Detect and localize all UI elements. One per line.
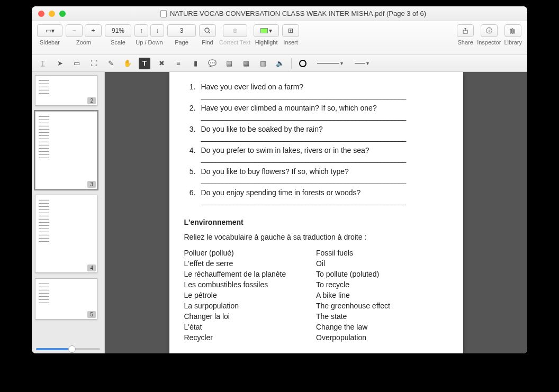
- text-tool-icon[interactable]: T: [139, 58, 150, 69]
- svg-line-1: [209, 32, 210, 33]
- vocab-right-item: Oil: [316, 258, 448, 269]
- share-button[interactable]: [457, 24, 474, 37]
- library-label: Library: [504, 39, 522, 45]
- maximize-icon[interactable]: [59, 11, 66, 17]
- toolbar-separator: [291, 58, 292, 69]
- question-4: 4. Do you prefer to swim in lakes, river…: [184, 146, 448, 163]
- vocab-right-item: Overpopulation: [316, 332, 448, 343]
- vocab-left-item: Les combustibles fossiles: [184, 279, 317, 290]
- page-label: Page: [175, 39, 188, 45]
- close-icon[interactable]: [38, 11, 44, 17]
- line-style-selector[interactable]: ▾: [314, 58, 346, 69]
- page-number-field[interactable]: 3: [167, 24, 196, 37]
- sound-icon[interactable]: 🔈: [274, 58, 286, 69]
- document-viewport[interactable]: 1. Have you ever lived on a farm? ______…: [105, 72, 527, 353]
- minimize-icon[interactable]: [49, 11, 55, 17]
- thumbnail-page-3[interactable]: ▬▬▬▬▬▬▬▬▬▬▬▬▬▬▬▬▬▬▬▬▬▬▬▬▬▬▬▬▬▬▬▬▬▬▬▬▬▬▬▬…: [35, 111, 97, 189]
- page-down-button[interactable]: ↓: [150, 24, 164, 37]
- share-label: Share: [457, 39, 473, 45]
- page-badge: 3: [87, 181, 96, 188]
- scale-display[interactable]: 91%: [105, 24, 131, 37]
- comment-icon[interactable]: 💬: [206, 58, 218, 69]
- page-badge: 2: [87, 97, 96, 104]
- question-3: 3. Do you like to be soaked by the rain?…: [184, 125, 448, 142]
- question-1: 1. Have you ever lived on a farm? ______…: [184, 83, 448, 99]
- vocab-left-item: La surpopulation: [184, 300, 317, 311]
- pointer-icon[interactable]: ➤: [54, 58, 66, 69]
- vocab-left-item: L'état: [184, 322, 317, 332]
- stamp-icon[interactable]: ▥: [257, 58, 269, 69]
- crop-icon[interactable]: ⛶: [88, 58, 100, 69]
- library-button[interactable]: [504, 24, 521, 37]
- thumbnail-page-5[interactable]: ▬▬▬▬▬▬▬▬▬▬▬▬▬▬▬▬▬▬▬▬▬▬▬▬▬▬▬▬▬▬▬▬▬▬▬5: [35, 278, 97, 320]
- thumbnail-page-2[interactable]: ▬▬▬▬▬▬▬▬▬▬▬▬▬▬▬▬▬▬▬▬▬▬▬▬▬2: [35, 75, 97, 106]
- svg-point-0: [205, 28, 209, 32]
- sidebar-label: Sidebar: [40, 39, 60, 45]
- area-select-icon[interactable]: ▭: [71, 58, 83, 69]
- app-window: NATURE VOCAB CONVERSATION CLASS WEAK INT…: [32, 6, 527, 353]
- vocab-right-item: To recycle: [316, 279, 448, 290]
- insert-button[interactable]: ⊞: [282, 24, 299, 37]
- question-6: 6. Do you enjoy spending time in forests…: [184, 188, 448, 205]
- thumbnail-size-slider[interactable]: [36, 348, 100, 350]
- question-5: 5. Do you like to buy flowers? If so, wh…: [184, 167, 448, 184]
- instruction-text: Reliez le vocabulaire à gauche à sa trad…: [184, 233, 448, 241]
- scale-label: Scale: [111, 39, 125, 45]
- inspector-label: Inspector: [477, 39, 501, 45]
- correct-label: Correct Text: [219, 39, 250, 45]
- line-end-selector[interactable]: ▾: [351, 58, 372, 69]
- pdf-page: 1. Have you ever lived on a farm? ______…: [169, 72, 463, 353]
- vocab-right-item: A bike line: [316, 290, 448, 300]
- page-up-button[interactable]: ↑: [134, 24, 148, 37]
- pdf-doc-icon: [160, 10, 167, 17]
- vocab-left-item: Changer la loi: [184, 311, 317, 322]
- updown-label: Up / Down: [136, 39, 163, 45]
- window-title: NATURE VOCAB CONVERSATION CLASS WEAK INT…: [170, 10, 426, 17]
- sidebar-toggle-button[interactable]: ▭▾: [37, 24, 62, 37]
- zoom-in-button[interactable]: +: [85, 24, 102, 37]
- find-label: Find: [202, 39, 213, 45]
- highlight-marker-icon[interactable]: ▮: [190, 58, 201, 69]
- page-badge: 5: [87, 311, 96, 318]
- section-heading: L'environnement: [184, 218, 448, 226]
- inspector-button[interactable]: ⓘ: [481, 24, 498, 37]
- form-icon[interactable]: ▦: [240, 58, 252, 69]
- insert-label: Insert: [283, 39, 298, 45]
- highlight-label: Highlight: [255, 39, 278, 45]
- vocab-left-item: Le pétrole: [184, 290, 317, 300]
- linespace-icon[interactable]: ≡: [173, 58, 184, 69]
- highlight-button[interactable]: ▾: [254, 24, 279, 37]
- vocab-left-item: L'effet de serre: [184, 258, 317, 269]
- page-badge: 4: [87, 265, 96, 271]
- edit-toolbar: ⌶ ➤ ▭ ⛶ ✎ ✋ T ✖ ≡ ▮ 💬 ▤ ▦ ▥ 🔈 ▾ ▾: [32, 55, 527, 72]
- vocab-right-item: The greenhouse effect: [316, 300, 448, 311]
- note-icon[interactable]: ▤: [223, 58, 235, 69]
- text-select-icon[interactable]: ⌶: [37, 58, 49, 69]
- titlebar: NATURE VOCAB CONVERSATION CLASS WEAK INT…: [32, 6, 527, 21]
- vocab-left-item: Le réchauffement de la planète: [184, 269, 317, 279]
- vocab-left-item: Recycler: [184, 332, 317, 343]
- zoom-label: Zoom: [76, 39, 91, 45]
- vocab-right-item: To pollute (poluted): [316, 269, 448, 279]
- zoom-out-button[interactable]: −: [66, 24, 83, 37]
- thumbnail-page-4[interactable]: ▬▬▬▬▬▬▬▬▬▬▬▬▬▬▬▬▬▬▬▬▬▬▬▬▬▬▬▬▬▬▬▬▬▬▬▬▬▬▬▬…: [35, 195, 97, 273]
- thumbnail-sidebar: ▬▬▬▬▬▬▬▬▬▬▬▬▬▬▬▬▬▬▬▬▬▬▬▬▬2▬▬▬▬▬▬▬▬▬▬▬▬▬▬…: [32, 72, 105, 353]
- vocab-right-item: Change the law: [316, 322, 448, 332]
- pencil-icon[interactable]: ✎: [105, 58, 116, 69]
- vocab-right-item: Fossil fuels: [316, 248, 448, 258]
- question-2: 2. Have you ever climbed a mountain? If …: [184, 104, 448, 121]
- vocab-left-item: Polluer (pollué): [184, 248, 317, 258]
- vocab-right-item: The state: [316, 311, 448, 322]
- correct-text-button: ⊕: [223, 24, 247, 37]
- shape-circle-icon[interactable]: [297, 58, 309, 69]
- erase-icon[interactable]: ✖: [156, 58, 167, 69]
- main-toolbar: ▭▾ Sidebar − + Zoom 91% Scale ↑ ↓ Up / D…: [32, 21, 527, 55]
- hand-icon[interactable]: ✋: [122, 58, 133, 69]
- find-button[interactable]: [199, 24, 216, 37]
